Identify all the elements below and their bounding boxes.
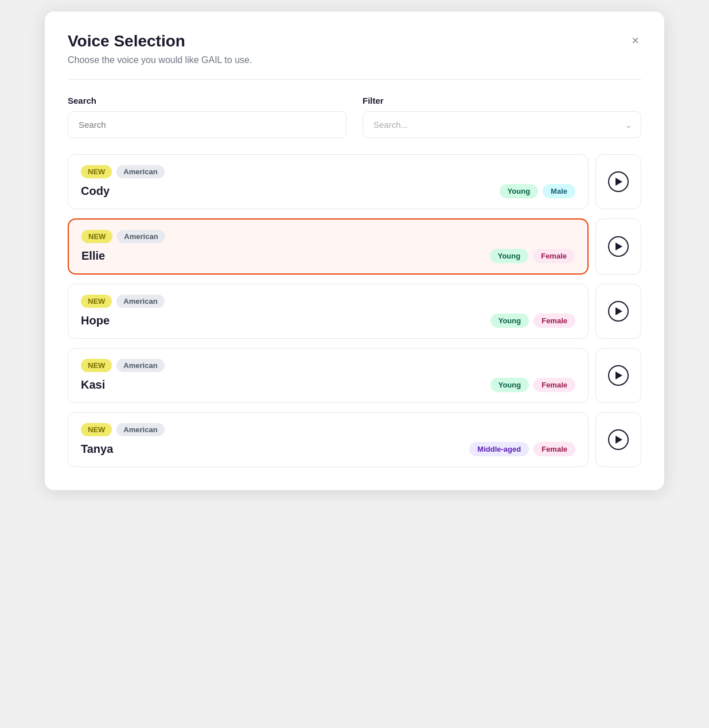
gender-tag: Female xyxy=(533,378,575,392)
voice-name: Tanya xyxy=(81,443,113,456)
search-input[interactable] xyxy=(68,111,346,138)
voice-tags-row: NEW American xyxy=(81,295,575,308)
filter-wrapper: Search... ⌄ xyxy=(363,111,641,138)
voice-card-tanya[interactable]: NEW American Tanya Middle-aged Female xyxy=(68,412,589,467)
voice-name: Kasi xyxy=(81,378,105,392)
new-tag: NEW xyxy=(81,359,112,372)
new-tag: NEW xyxy=(81,423,112,436)
age-tag: Middle-aged xyxy=(469,442,529,456)
age-tag: Young xyxy=(490,314,529,328)
voice-attrs: Young Male xyxy=(500,184,575,198)
accent-tag: American xyxy=(116,295,164,308)
voice-tags-row: NEW American xyxy=(81,423,575,436)
voice-attrs: Young Female xyxy=(490,249,575,263)
voice-attrs: Young Female xyxy=(490,378,575,392)
play-icon xyxy=(608,429,629,450)
filter-section: Filter Search... ⌄ xyxy=(363,96,641,138)
voice-name-row: Ellie Young Female xyxy=(81,249,575,263)
voice-selection-modal: Voice Selection × Choose the voice you w… xyxy=(45,11,664,490)
voice-tags-row: NEW American xyxy=(81,359,575,372)
play-triangle xyxy=(615,178,622,186)
voice-card-cody[interactable]: NEW American Cody Young Male xyxy=(68,154,589,209)
search-label: Search xyxy=(68,96,346,105)
voice-attrs: Middle-aged Female xyxy=(469,442,575,456)
modal-title: Voice Selection xyxy=(68,32,185,50)
modal-header: Voice Selection × xyxy=(68,32,641,50)
modal-subtitle: Choose the voice you would like GAIL to … xyxy=(68,55,641,65)
voice-tags-row: NEW American xyxy=(81,165,575,178)
play-triangle xyxy=(615,242,622,251)
play-button-cody[interactable] xyxy=(595,154,641,209)
voice-name-row: Tanya Middle-aged Female xyxy=(81,442,575,456)
voice-row: NEW American Hope Young Female xyxy=(68,284,641,339)
voice-row: NEW American Cody Young Male xyxy=(68,154,641,209)
play-triangle xyxy=(615,436,622,444)
voice-name-row: Cody Young Male xyxy=(81,184,575,198)
play-icon xyxy=(608,365,629,386)
play-button-hope[interactable] xyxy=(595,284,641,339)
age-tag: Young xyxy=(490,249,528,263)
play-icon xyxy=(608,236,629,257)
voice-attrs: Young Female xyxy=(490,314,575,328)
play-triangle xyxy=(615,307,622,315)
play-icon xyxy=(608,301,629,322)
voice-card-ellie[interactable]: NEW American Ellie Young Female xyxy=(68,218,589,275)
new-tag: NEW xyxy=(81,165,112,178)
play-button-kasi[interactable] xyxy=(595,348,641,403)
header-divider xyxy=(68,79,641,80)
voice-name: Cody xyxy=(81,185,110,198)
voice-name: Ellie xyxy=(81,249,105,263)
filter-select[interactable]: Search... xyxy=(363,111,641,138)
close-button[interactable]: × xyxy=(629,32,641,49)
voice-list: NEW American Cody Young Male NEW America… xyxy=(68,154,641,467)
voice-row: NEW American Kasi Young Female xyxy=(68,348,641,403)
play-button-tanya[interactable] xyxy=(595,412,641,467)
voice-name-row: Hope Young Female xyxy=(81,314,575,328)
voice-row: NEW American Tanya Middle-aged Female xyxy=(68,412,641,467)
voice-card-kasi[interactable]: NEW American Kasi Young Female xyxy=(68,348,589,403)
accent-tag: American xyxy=(116,359,164,372)
gender-tag: Female xyxy=(533,314,575,328)
search-filter-row: Search Filter Search... ⌄ xyxy=(68,96,641,138)
accent-tag: American xyxy=(116,423,164,436)
gender-tag: Male xyxy=(543,184,575,198)
age-tag: Young xyxy=(500,184,538,198)
search-section: Search xyxy=(68,96,346,138)
voice-name-row: Kasi Young Female xyxy=(81,378,575,392)
voice-card-hope[interactable]: NEW American Hope Young Female xyxy=(68,284,589,339)
gender-tag: Female xyxy=(533,442,575,456)
voice-name: Hope xyxy=(81,314,110,327)
voice-row: NEW American Ellie Young Female xyxy=(68,218,641,275)
new-tag: NEW xyxy=(81,230,112,243)
gender-tag: Female xyxy=(533,249,575,263)
play-icon xyxy=(608,171,629,192)
voice-tags-row: NEW American xyxy=(81,230,575,243)
accent-tag: American xyxy=(117,230,165,243)
filter-label: Filter xyxy=(363,96,641,105)
new-tag: NEW xyxy=(81,295,112,308)
accent-tag: American xyxy=(116,165,164,178)
age-tag: Young xyxy=(490,378,529,392)
play-triangle xyxy=(615,371,622,379)
play-button-ellie[interactable] xyxy=(595,218,641,275)
